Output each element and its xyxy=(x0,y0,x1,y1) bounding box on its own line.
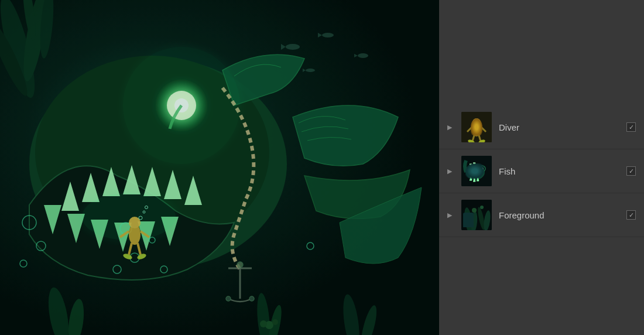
layers-panel: ▶ Diver ✓ ▶ xyxy=(439,0,644,335)
layer-checkbox-foreground[interactable]: ✓ xyxy=(626,210,636,220)
layer-checkbox-diver[interactable]: ✓ xyxy=(626,122,636,132)
svg-point-68 xyxy=(123,47,240,164)
layer-thumbnail-fish xyxy=(461,156,492,186)
layer-expand-arrow-foreground[interactable]: ▶ xyxy=(447,211,454,219)
layer-label-foreground: Foreground xyxy=(499,210,619,220)
layer-item-diver[interactable]: ▶ Diver ✓ xyxy=(439,105,644,149)
panel-empty-top xyxy=(439,0,644,105)
svg-rect-69 xyxy=(461,112,492,142)
svg-rect-78 xyxy=(461,156,492,186)
panel-empty-bottom xyxy=(439,237,644,335)
layer-item-fish[interactable]: ▶ Fish ✓ xyxy=(439,149,644,193)
layer-checkbox-fish[interactable]: ✓ xyxy=(626,166,636,176)
svg-point-88 xyxy=(480,206,484,209)
layer-expand-arrow-diver[interactable]: ▶ xyxy=(447,124,454,131)
svg-rect-67 xyxy=(0,0,439,335)
svg-point-81 xyxy=(481,168,484,170)
svg-point-70 xyxy=(472,122,481,136)
layer-label-diver: Diver xyxy=(499,122,619,132)
layer-item-foreground[interactable]: ▶ Foreground ✓ xyxy=(439,193,644,237)
layer-label-fish: Fish xyxy=(499,166,619,176)
canvas-area xyxy=(0,0,439,335)
layer-expand-arrow-fish[interactable]: ▶ xyxy=(447,168,454,175)
svg-point-87 xyxy=(472,208,477,213)
layer-thumbnail-foreground xyxy=(461,200,492,230)
layer-thumbnail-diver xyxy=(461,112,492,142)
svg-point-71 xyxy=(472,118,481,127)
svg-point-79 xyxy=(466,165,485,180)
